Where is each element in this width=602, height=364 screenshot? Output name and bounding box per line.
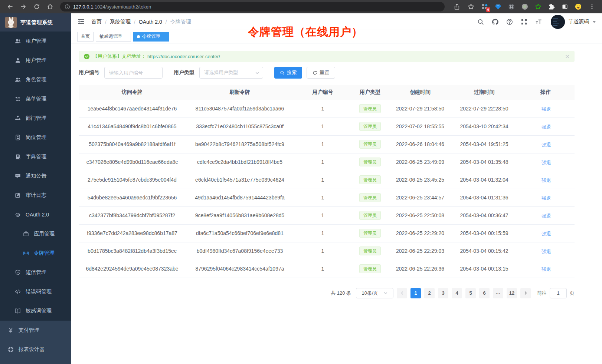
sidebar-item[interactable]: 租户管理 bbox=[0, 32, 71, 51]
sidebar-item-label: 菜单管理 bbox=[26, 96, 46, 102]
tab[interactable]: 敏感词管理 bbox=[96, 32, 131, 42]
sidebar-item[interactable]: 审计日志 bbox=[0, 186, 71, 205]
github-icon[interactable] bbox=[491, 18, 499, 26]
alert-close-icon[interactable] bbox=[565, 54, 569, 59]
sidebar-item[interactable]: 报表设计器 bbox=[0, 340, 71, 359]
extension-gem-icon[interactable] bbox=[493, 1, 503, 12]
breadcrumb-link[interactable]: OAuth 2.0 bbox=[139, 19, 162, 25]
force-logout-button[interactable]: 强退 bbox=[540, 266, 551, 273]
browser-forward-icon[interactable] bbox=[18, 1, 29, 12]
site-info-icon[interactable] bbox=[65, 4, 70, 10]
sidebar-item[interactable]: 短信管理 bbox=[0, 263, 71, 282]
tab[interactable]: 首页 bbox=[77, 32, 94, 42]
force-logout-button[interactable]: 强退 bbox=[540, 213, 551, 219]
browser-reload-icon[interactable] bbox=[31, 1, 42, 12]
sidebar-item[interactable]: 支付管理 bbox=[0, 321, 71, 340]
page-size-select[interactable]: 10条/页 bbox=[356, 288, 393, 298]
column-header: 创建时间 bbox=[389, 85, 452, 100]
breadcrumb-link[interactable]: 令牌管理 bbox=[170, 19, 191, 25]
cell-access-token: f9336e7c7dd242a283ee98dc86b17a87 bbox=[79, 224, 186, 242]
sidebar-item[interactable]: OAuth 2.0 bbox=[0, 205, 71, 224]
breadcrumb-link[interactable]: 首页 bbox=[91, 19, 102, 25]
sidebar-fold-icon[interactable] bbox=[77, 18, 85, 26]
page-number-button[interactable]: 5 bbox=[465, 288, 476, 298]
help-icon[interactable] bbox=[506, 18, 513, 26]
sidebar-item[interactable]: 用户管理 bbox=[0, 51, 71, 70]
user-menu[interactable]: 芋道源码 bbox=[551, 15, 596, 29]
profile-emoji-icon[interactable] bbox=[573, 1, 583, 12]
breadcrumb-item[interactable]: 首页/ bbox=[91, 19, 107, 25]
force-logout-button[interactable]: 强退 bbox=[540, 195, 551, 202]
extension-dot-icon[interactable] bbox=[520, 1, 530, 12]
browser-home-icon[interactable] bbox=[45, 1, 56, 12]
sidebar-item[interactable]: 部门管理 bbox=[0, 109, 71, 128]
sidebar-item[interactable]: 岗位管理 bbox=[0, 128, 71, 147]
cell-user-id: 1 bbox=[294, 242, 351, 260]
share-icon[interactable] bbox=[451, 1, 462, 12]
app-logo[interactable]: 芋道管理系统 bbox=[0, 13, 71, 32]
page-number-button[interactable]: ··· bbox=[493, 288, 503, 298]
column-header: 用户编号 bbox=[294, 85, 351, 100]
column-header: 过期时间 bbox=[452, 85, 517, 100]
fullscreen-icon[interactable] bbox=[520, 18, 528, 26]
extension-grid-icon[interactable]: 9 bbox=[480, 1, 490, 12]
active-dot bbox=[137, 35, 140, 38]
sidebar-item[interactable]: 敏感词管理 bbox=[0, 301, 71, 321]
tab-close-icon[interactable] bbox=[124, 35, 127, 38]
sidebar-item[interactable]: 错误码管理 bbox=[0, 282, 71, 301]
bookmark-star-icon[interactable] bbox=[465, 1, 477, 12]
reset-button[interactable]: 重置 bbox=[307, 67, 335, 79]
page-number-button[interactable]: 4 bbox=[452, 288, 462, 298]
sidebar-item[interactable]: 菜单管理 bbox=[0, 89, 71, 109]
force-logout-button[interactable]: 强退 bbox=[540, 159, 551, 166]
user-id-input[interactable] bbox=[104, 67, 163, 79]
goto-page-input[interactable] bbox=[550, 288, 567, 298]
page-number-button[interactable]: 2 bbox=[424, 288, 435, 298]
force-logout-button[interactable]: 强退 bbox=[540, 231, 551, 237]
search-icon[interactable] bbox=[477, 18, 484, 26]
sidebar-item-icon bbox=[15, 308, 21, 314]
cell-actions: 强退 bbox=[517, 224, 575, 242]
next-page-button[interactable] bbox=[520, 288, 531, 298]
page-number-button[interactable]: 1 bbox=[410, 288, 421, 298]
font-size-icon[interactable] bbox=[535, 18, 542, 26]
doc-link[interactable]: https://doc.iocoder.cn/user-center/ bbox=[147, 54, 220, 59]
sidebar-item[interactable]: 字典管理 bbox=[0, 147, 71, 166]
page-number-button[interactable]: 3 bbox=[438, 288, 448, 298]
cell-user-type: 管理员 bbox=[351, 171, 389, 189]
avatar[interactable] bbox=[551, 15, 565, 29]
tab-close-icon[interactable] bbox=[162, 35, 166, 38]
force-logout-button[interactable]: 强退 bbox=[540, 106, 551, 113]
extension-window-icon[interactable] bbox=[560, 1, 570, 12]
breadcrumb-item[interactable]: 令牌管理/ bbox=[170, 19, 191, 25]
user-type-select[interactable]: 请选择用户类型 bbox=[199, 67, 263, 79]
force-logout-button[interactable]: 强退 bbox=[540, 142, 551, 148]
breadcrumb-item[interactable]: 系统管理/ bbox=[110, 19, 135, 25]
extension-command-icon[interactable] bbox=[506, 1, 517, 12]
cell-expire-time: 2054-03-04 19:51:25 bbox=[452, 135, 517, 153]
breadcrumb-link[interactable]: 系统管理 bbox=[110, 19, 131, 25]
tab[interactable]: 令牌管理 bbox=[133, 32, 169, 42]
cell-expire-time: 2054-03-04 01:32:04 bbox=[452, 171, 517, 189]
search-button[interactable]: 搜索 bbox=[274, 67, 302, 79]
extension-puzzle-icon[interactable] bbox=[546, 1, 557, 12]
page-number-button[interactable]: 6 bbox=[479, 288, 490, 298]
sidebar-item[interactable]: 角色管理 bbox=[0, 70, 71, 89]
sidebar-item[interactable]: 令牌管理 bbox=[0, 244, 71, 263]
user-type-badge: 管理员 bbox=[359, 104, 381, 113]
force-logout-button[interactable]: 强退 bbox=[540, 248, 551, 255]
cell-create-time: 2022-06-25 23:45:25 bbox=[389, 171, 452, 189]
page-number-button[interactable]: 12 bbox=[507, 288, 517, 298]
browser-menu-icon[interactable] bbox=[586, 1, 598, 12]
force-logout-button[interactable]: 强退 bbox=[540, 124, 551, 130]
breadcrumb-item[interactable]: OAuth 2.0/ bbox=[139, 19, 167, 25]
extension-star-icon[interactable] bbox=[533, 1, 543, 12]
browser-back-icon[interactable] bbox=[4, 1, 16, 12]
address-bar[interactable]: 127.0.0.1:1024/system/oauth2/token bbox=[60, 2, 445, 11]
cell-create-time: 2022-07-02 18:55:55 bbox=[389, 118, 452, 135]
cell-access-token: 502375b8040a469a9b82188afdf6af1f bbox=[79, 135, 186, 153]
sidebar-item[interactable]: 通知公告 bbox=[0, 166, 71, 186]
force-logout-button[interactable]: 强退 bbox=[540, 177, 551, 184]
sidebar-item[interactable]: 应用管理 bbox=[0, 224, 71, 244]
prev-page-button[interactable] bbox=[397, 288, 407, 298]
